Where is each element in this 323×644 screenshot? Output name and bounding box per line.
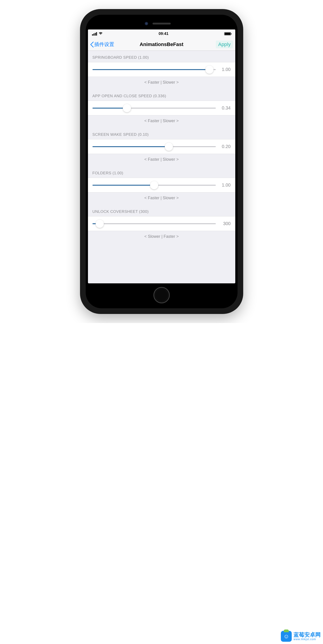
screen: 09:41 插件设置 AnimationsBeFast Apply SPRING… — [88, 30, 235, 283]
slider-value: 1.00 — [220, 182, 231, 188]
signal-icon — [92, 32, 97, 36]
apply-button[interactable]: Apply — [216, 40, 233, 48]
status-time: 09:41 — [159, 32, 168, 36]
status-left — [92, 32, 103, 36]
section-footer: < Faster | Slower > — [88, 192, 235, 205]
slider-screen-wake[interactable] — [92, 146, 216, 147]
slider-thumb[interactable] — [123, 104, 131, 112]
settings-content[interactable]: SPRINGBOARD SPEED (1.00) 1.00 < Faster |… — [88, 51, 235, 283]
home-button[interactable] — [154, 287, 170, 303]
battery-icon — [224, 32, 231, 35]
section-footer: < Faster | Slower > — [88, 77, 235, 89]
slider-row: 1.00 — [88, 178, 235, 192]
slider-fill — [92, 185, 154, 186]
slider-app-speed[interactable] — [92, 108, 216, 108]
slider-value: 1.00 — [220, 67, 231, 72]
speaker-grille — [152, 23, 171, 24]
section-footer: < Slower | Faster > — [88, 231, 235, 244]
slider-folders[interactable] — [92, 185, 216, 186]
slider-value: 0.20 — [220, 144, 231, 149]
section-screen-wake-speed: SCREEN WAKE SPEED (0.10) 0.20 < Faster |… — [88, 128, 235, 166]
phone-frame: 09:41 插件设置 AnimationsBeFast Apply SPRING… — [80, 9, 243, 314]
section-header: FOLDERS (1.00) — [88, 166, 235, 178]
slider-value: 300 — [220, 221, 231, 226]
slider-thumb[interactable] — [165, 142, 173, 151]
section-folders: FOLDERS (1.00) 1.00 < Faster | Slower > — [88, 166, 235, 205]
section-header: APP OPEN AND CLOSE SPEED (0.336) — [88, 89, 235, 101]
chevron-left-icon — [90, 41, 94, 48]
slider-row: 1.00 — [88, 62, 235, 77]
section-header: SCREEN WAKE SPEED (0.10) — [88, 128, 235, 139]
section-footer: < Faster | Slower > — [88, 154, 235, 166]
section-header: SPRINGBOARD SPEED (1.00) — [88, 51, 235, 62]
section-unlock-coversheet: UNLOCK COVERSHEET (300) 300 < Slower | F… — [88, 205, 235, 244]
section-footer: < Faster | Slower > — [88, 116, 235, 128]
slider-fill — [92, 69, 210, 70]
wifi-icon — [98, 32, 103, 36]
slider-row: 0.20 — [88, 139, 235, 154]
slider-thumb[interactable] — [205, 66, 214, 74]
slider-fill — [92, 108, 127, 108]
section-springboard-speed: SPRINGBOARD SPEED (1.00) 1.00 < Faster |… — [88, 51, 235, 89]
section-header: UNLOCK COVERSHEET (300) — [88, 205, 235, 216]
slider-thumb[interactable] — [150, 181, 158, 189]
slider-row: 0.34 — [88, 101, 235, 116]
nav-bar: 插件设置 AnimationsBeFast Apply — [88, 38, 235, 51]
front-camera — [144, 22, 148, 26]
slider-unlock-coversheet[interactable] — [92, 223, 216, 224]
back-button[interactable]: 插件设置 — [90, 41, 114, 48]
slider-row: 300 — [88, 216, 235, 231]
slider-value: 0.34 — [220, 106, 231, 110]
phone-inner: 09:41 插件设置 AnimationsBeFast Apply SPRING… — [86, 15, 238, 308]
status-bar: 09:41 — [88, 30, 235, 38]
slider-fill — [92, 146, 169, 147]
section-app-open-close-speed: APP OPEN AND CLOSE SPEED (0.336) 0.34 < … — [88, 89, 235, 128]
slider-springboard[interactable] — [92, 69, 216, 70]
slider-thumb[interactable] — [96, 220, 104, 228]
back-label: 插件设置 — [94, 41, 114, 48]
